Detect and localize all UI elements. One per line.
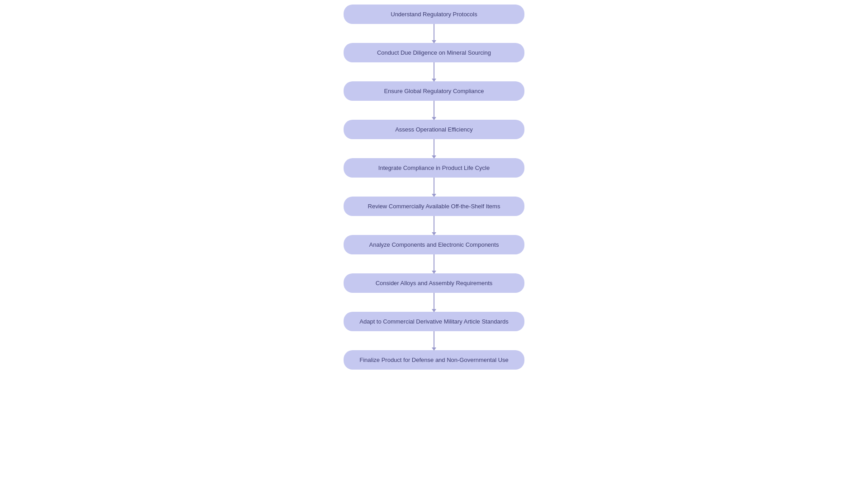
connector-7 <box>434 254 434 273</box>
flowchart: Understand Regulatory Protocols Conduct … <box>344 0 524 370</box>
connector-1 <box>434 24 434 43</box>
node-understand-regulatory-protocols: Understand Regulatory Protocols <box>344 5 524 24</box>
node-finalize-product: Finalize Product for Defense and Non-Gov… <box>344 350 524 370</box>
connector-4 <box>434 139 434 158</box>
connector-8 <box>434 293 434 312</box>
connector-6 <box>434 216 434 235</box>
node-consider-alloys: Consider Alloys and Assembly Requirement… <box>344 273 524 293</box>
connector-3 <box>434 101 434 120</box>
node-integrate-compliance: Integrate Compliance in Product Life Cyc… <box>344 158 524 178</box>
node-adapt-commercial-derivative: Adapt to Commercial Derivative Military … <box>344 312 524 331</box>
connector-2 <box>434 62 434 81</box>
node-assess-operational-efficiency: Assess Operational Efficiency <box>344 120 524 139</box>
node-ensure-global-regulatory: Ensure Global Regulatory Compliance <box>344 81 524 101</box>
node-analyze-components: Analyze Components and Electronic Compon… <box>344 235 524 254</box>
connector-9 <box>434 331 434 350</box>
node-conduct-due-diligence: Conduct Due Diligence on Mineral Sourcin… <box>344 43 524 62</box>
connector-5 <box>434 178 434 197</box>
node-review-commercially-available: Review Commercially Available Off-the-Sh… <box>344 197 524 216</box>
